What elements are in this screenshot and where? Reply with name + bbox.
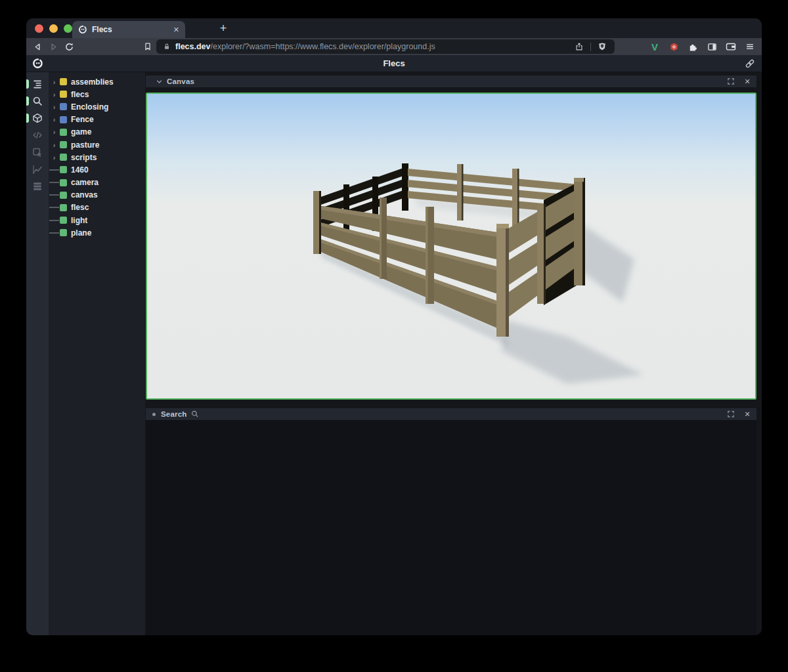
nav-code-icon[interactable] xyxy=(26,130,49,140)
nav-canvas-3d-icon[interactable] xyxy=(26,113,49,123)
entity-label: pasture xyxy=(71,140,99,150)
tab-strip: Flecs ✕ + xyxy=(26,18,762,38)
puzzle-extensions-icon[interactable] xyxy=(686,40,699,53)
lock-icon xyxy=(163,43,171,51)
minimize-window-button[interactable] xyxy=(49,24,58,33)
entity-label: Fence xyxy=(71,115,94,124)
search-panel-title: Search xyxy=(161,410,187,418)
entity-color-swatch xyxy=(60,129,67,136)
nav-stats-chart-icon[interactable] xyxy=(26,164,49,175)
entity-label: flesc xyxy=(71,203,89,212)
leaf-dash-icon xyxy=(49,182,60,183)
share-icon[interactable] xyxy=(573,41,585,52)
expand-chevron-icon[interactable]: › xyxy=(49,103,60,111)
left-nav-strip xyxy=(26,72,49,635)
back-icon[interactable] xyxy=(32,41,43,52)
leaf-dash-icon xyxy=(49,194,60,196)
flecs-logo-icon[interactable] xyxy=(32,58,43,72)
entity-color-swatch xyxy=(60,141,67,148)
hexagon-extension-icon[interactable] xyxy=(667,40,680,53)
traffic-lights xyxy=(35,24,72,33)
expand-chevron-icon[interactable]: › xyxy=(49,78,60,86)
browser-tab[interactable]: Flecs ✕ xyxy=(72,21,185,38)
chevron-down-icon[interactable] xyxy=(154,77,164,86)
entity-label: Enclosing xyxy=(71,102,108,112)
sidebar-toggle-icon[interactable] xyxy=(705,40,718,53)
expand-chevron-icon[interactable]: › xyxy=(49,116,60,123)
close-icon[interactable]: ✕ xyxy=(743,410,752,419)
tree-item-assemblies[interactable]: › assemblies xyxy=(49,75,145,88)
expand-chevron-icon[interactable]: › xyxy=(49,141,60,149)
tree-item-game[interactable]: › game xyxy=(49,126,145,138)
entity-color-swatch xyxy=(60,229,67,236)
vue-devtools-icon[interactable]: V xyxy=(648,40,661,53)
tree-item-fence[interactable]: › Fence xyxy=(49,114,145,126)
entity-color-swatch xyxy=(60,154,67,161)
main-panel-area: Canvas ✕ xyxy=(145,72,762,635)
tab-close-icon[interactable]: ✕ xyxy=(173,26,179,34)
entity-label: scripts xyxy=(71,153,97,162)
canvas-panel-title: Canvas xyxy=(167,77,194,85)
tree-item-flesc[interactable]: flesc xyxy=(49,201,145,214)
nav-data-rows-icon[interactable] xyxy=(26,181,49,192)
entity-label: light xyxy=(71,216,87,225)
reload-icon[interactable] xyxy=(63,41,75,52)
tree-item-pasture[interactable]: › pasture xyxy=(49,138,145,151)
leaf-dash-icon xyxy=(49,220,60,221)
entity-label: plane xyxy=(71,228,91,238)
entity-label: flecs xyxy=(71,90,89,99)
search-panel-header[interactable]: Search ✕ xyxy=(146,408,756,420)
address-bar[interactable]: flecs.dev /explorer/?wasm=https://www.fl… xyxy=(156,39,615,54)
nav-search-icon[interactable] xyxy=(26,96,49,106)
tab-title: Flecs xyxy=(92,25,169,34)
forward-icon[interactable] xyxy=(47,41,59,52)
canvas-panel-header[interactable]: Canvas ✕ xyxy=(146,75,756,87)
url-path: /explorer/?wasm=https://www.flecs.dev/ex… xyxy=(211,42,573,51)
entity-color-swatch xyxy=(60,103,67,110)
close-icon[interactable]: ✕ xyxy=(743,77,752,86)
new-tab-button[interactable]: + xyxy=(215,20,231,36)
entity-label: canvas xyxy=(71,190,98,200)
close-window-button[interactable] xyxy=(35,24,43,33)
bookmark-icon[interactable] xyxy=(142,41,154,52)
link-icon[interactable] xyxy=(745,58,755,72)
entity-label: camera xyxy=(71,178,98,187)
brave-shield-icon[interactable] xyxy=(596,41,608,52)
leaf-dash-icon xyxy=(49,232,60,234)
entity-color-swatch xyxy=(60,78,67,85)
tree-item-flecs[interactable]: › flecs xyxy=(49,88,145,100)
tree-item-enclosing[interactable]: › Enclosing xyxy=(49,100,145,113)
tree-item-canvas[interactable]: canvas xyxy=(49,189,145,201)
entity-color-swatch xyxy=(60,179,67,186)
fullscreen-icon[interactable] xyxy=(726,77,735,86)
leaf-dash-icon xyxy=(49,169,60,171)
browser-toolbar: flecs.dev /explorer/?wasm=https://www.fl… xyxy=(26,38,762,55)
entity-label: 1460 xyxy=(71,165,89,175)
nav-entity-tree-icon[interactable] xyxy=(26,79,49,89)
tree-item-scripts[interactable]: › scripts xyxy=(49,151,145,163)
entity-color-swatch xyxy=(60,116,67,123)
entity-color-swatch xyxy=(60,192,67,199)
url-domain: flecs.dev xyxy=(175,42,211,51)
entity-color-swatch xyxy=(60,217,67,224)
page-title: Flecs xyxy=(26,58,762,68)
tree-item-camera[interactable]: camera xyxy=(49,177,145,189)
tree-item-plane[interactable]: plane xyxy=(49,226,145,239)
menu-icon[interactable] xyxy=(743,40,756,53)
entity-color-swatch xyxy=(60,166,67,173)
collapsed-dot-icon[interactable] xyxy=(152,413,156,416)
tree-item-light[interactable]: light xyxy=(49,214,145,226)
zoom-window-button[interactable] xyxy=(64,24,72,33)
magnifier-icon xyxy=(190,410,200,419)
expand-chevron-icon[interactable]: › xyxy=(49,128,60,136)
fullscreen-icon[interactable] xyxy=(726,410,735,419)
flecs-favicon-icon xyxy=(78,25,87,34)
expand-chevron-icon[interactable]: › xyxy=(49,154,60,161)
search-panel-content[interactable] xyxy=(146,420,756,635)
tree-item-1460[interactable]: 1460 xyxy=(49,163,145,176)
entity-color-swatch xyxy=(60,91,67,98)
canvas-3d-viewport[interactable] xyxy=(146,93,756,400)
nav-inspector-icon[interactable] xyxy=(26,147,49,158)
wallet-icon[interactable] xyxy=(724,40,737,53)
expand-chevron-icon[interactable]: › xyxy=(49,91,60,98)
